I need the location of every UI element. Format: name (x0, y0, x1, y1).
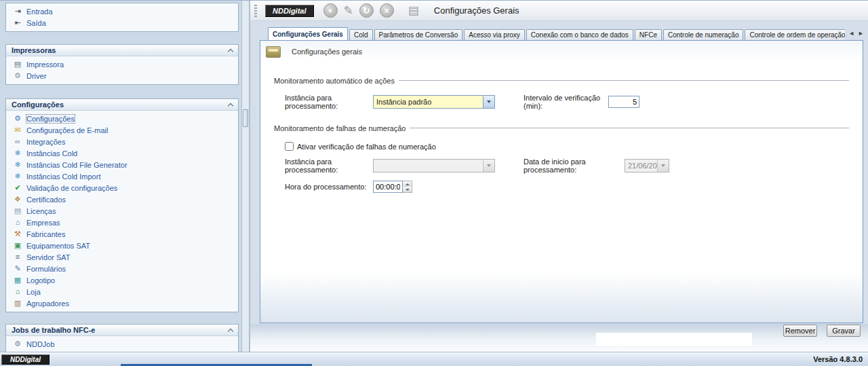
sidebar-scrollbar-thumb[interactable] (243, 109, 248, 127)
driver-icon: ⚙ (13, 71, 22, 80)
tab-parametros-de-conversao[interactable]: Parâmetros de Conversão (374, 29, 463, 41)
sidebar-item-label: Entrada (26, 7, 53, 16)
remove-button[interactable]: Remover (783, 325, 817, 337)
section-header-impressoras[interactable]: Impressoras (6, 45, 238, 56)
activate-failure-check-checkbox[interactable] (285, 142, 294, 151)
save-button[interactable]: Gravar (827, 325, 861, 337)
edit-pencil-icon[interactable]: ✎ (344, 3, 353, 18)
sidebar-item-saida[interactable]: ⇤Saída (6, 17, 238, 29)
instance-combobox[interactable]: Instância padrão (373, 95, 495, 109)
sidebar-item-configuracoes[interactable]: ⚙Configurações (6, 113, 238, 124)
section-header-configuracoes[interactable]: Configurações (6, 99, 238, 111)
version-label: Versão 4.8.3.0 (813, 355, 863, 363)
chevron-down-icon (487, 164, 491, 167)
page-title: Configurações Gerais (434, 5, 519, 16)
statusbar-brand: NDDigital (1, 354, 50, 365)
sidebar-item-loja[interactable]: ⌂Loja (6, 286, 238, 297)
equipamentos-sat-icon: ▣ (13, 241, 22, 250)
sidebar-item-validacao-de-configuracoes[interactable]: ✔Validação de configurações (6, 182, 238, 194)
tab-controle-de-numeracao[interactable]: Controle de numeração (663, 29, 744, 41)
sidebar-item-nddjob[interactable]: ⚙NDDJob (6, 338, 238, 350)
refresh-icon[interactable]: ↻ (359, 3, 374, 18)
tab-conexao-com-o-banco-de-dados[interactable]: Conexão com o banco de dados (526, 29, 633, 41)
sidebar-item-instancias-cold-import[interactable]: ❄Instâncias Cold Import (6, 170, 238, 182)
chevron-up-icon (406, 183, 410, 185)
sidebar-item-equipamentos-sat[interactable]: ▣Equipamentos SAT (6, 240, 238, 251)
configuracoes-icon: ⚙ (13, 114, 22, 123)
sidebar-item-impressora[interactable]: ▤Impressora (6, 58, 238, 70)
group-title: Monitoramento automático de ações (274, 77, 395, 85)
combobox-dropdown-button[interactable] (483, 96, 494, 108)
toolbar-icons: +✎↻×▤ (323, 3, 419, 18)
tab-nfce[interactable]: NFCe (635, 29, 662, 41)
sidebar-item-empresas[interactable]: ⌂Empresas (6, 217, 238, 228)
tab-controle-de-ordem-de-operacao[interactable]: Controle de ordem de operação (745, 29, 845, 41)
sidebar-item-label: Configurações de E-mail (26, 126, 108, 134)
sidebar-item-label: Certificados (26, 196, 66, 204)
empresas-icon: ⌂ (13, 218, 22, 227)
sidebar-item-entrada[interactable]: ⇥Entrada (6, 5, 238, 17)
section-header-jobs-de-trabalho-nfc-e[interactable]: Jobs de trabalho NFC-e (6, 325, 238, 336)
spinner-down-button[interactable] (403, 187, 412, 192)
sidebar-section-impressoras: Impressoras▤Impressora⚙Driver (5, 44, 239, 85)
new-icon[interactable]: + (323, 3, 338, 18)
redacted-area (596, 333, 752, 346)
sidebar-item-licencas[interactable]: ▤Licenças (6, 205, 238, 217)
group-title: Monitoramento de falhas de numeração (274, 124, 406, 132)
sidebar-item-driver[interactable]: ⚙Driver (6, 70, 238, 81)
sidebar-item-label: Agrupadores (26, 299, 69, 308)
sidebar-item-integracoes[interactable]: ∞Integrações (6, 136, 238, 147)
tab-cold[interactable]: Cold (349, 29, 373, 41)
start-date-label: Data de inicio para processamento: (524, 158, 625, 174)
sidebar-item-label: Empresas (26, 219, 60, 227)
entrada-icon: ⇥ (13, 7, 22, 16)
certificados-icon: ❖ (13, 195, 22, 204)
combobox-dropdown-button (483, 160, 494, 172)
integracoes-icon: ∞ (13, 137, 22, 146)
sidebar-section-configuracoes: Configurações⚙Configurações✉Configuraçõe… (5, 98, 239, 312)
sidebar-quick-panel: ⇥Entrada⇤Saída (5, 3, 239, 32)
sidebar-item-instancias-cold-file-generator[interactable]: ❄Instâncias Cold File Generator (6, 159, 238, 170)
sidebar-item-formularios[interactable]: ✎Formulários (6, 263, 238, 274)
sidebar-item-label: Equipamentos SAT (26, 242, 90, 250)
printer-item-icon: ▤ (13, 60, 22, 69)
toolbar-grip-icon[interactable] (254, 5, 257, 17)
sidebar-item-fabricantes[interactable]: ⚒Fabricantes (6, 228, 238, 240)
section-title: Jobs de trabalho NFC-e (12, 326, 95, 334)
cold-import-icon: ❄ (13, 172, 22, 181)
main-area: NDDigital +✎↻×▤ Configurações Gerais Con… (250, 1, 868, 353)
tab-scroll-right-icon[interactable]: ► (858, 30, 864, 37)
sidebar-item-label: Instâncias Cold (26, 149, 77, 158)
sidebar-item-logotipo[interactable]: ▦Logotipo (6, 274, 238, 286)
sidebar-item-label: Fabricantes (26, 230, 65, 238)
sidebar-item-servidor-sat[interactable]: ≡Servidor SAT (6, 251, 238, 263)
email-icon: ✉ (13, 126, 22, 134)
sidebar-item-label: NDDJob (26, 340, 55, 348)
configuracoes-gerais-icon (266, 46, 281, 58)
sidebar-item-configuracoes-de-e-mail[interactable]: ✉Configurações de E-mail (6, 124, 238, 136)
loja-icon: ⌂ (13, 287, 22, 296)
print-icon[interactable]: ▤ (408, 3, 419, 18)
spinner-up-button[interactable] (403, 181, 412, 187)
sidebar-item-label: Loja (26, 288, 41, 296)
sidebar-item-instancias-cold[interactable]: ❄Instâncias Cold (6, 147, 238, 159)
start-date-picker: 21/06/2016 (625, 159, 669, 172)
sidebar-item-label: Integrações (26, 138, 65, 146)
cancel-icon[interactable]: × (380, 3, 394, 18)
tab-scroll-left-icon[interactable]: ◄ (848, 30, 854, 37)
sidebar-item-label: Logotipo (26, 276, 55, 285)
sidebar-item-certificados[interactable]: ❖Certificados (6, 194, 238, 205)
sidebar-item-label: Formulários (26, 265, 66, 273)
sidebar-item-label: Driver (26, 72, 46, 80)
sidebar-scrollbar[interactable] (241, 1, 250, 353)
interval-input[interactable] (608, 96, 639, 108)
activate-failure-check-label: Ativar verificação de falhas de numeraçã… (297, 143, 436, 151)
tab-acesso-via-proxy[interactable]: Acesso via proxy (464, 29, 525, 41)
main-toolbar: NDDigital +✎↻×▤ Configurações Gerais (250, 1, 868, 21)
tab-configuracoes-gerais[interactable]: Configurações Gerais (268, 27, 348, 41)
chevron-down-icon (487, 100, 491, 103)
sidebar-item-agrupadores[interactable]: ▥Agrupadores (6, 297, 238, 309)
nddigital-brand-button[interactable]: NDDigital (265, 5, 314, 17)
time-input[interactable] (373, 181, 403, 193)
logotipo-icon: ▦ (13, 276, 22, 285)
